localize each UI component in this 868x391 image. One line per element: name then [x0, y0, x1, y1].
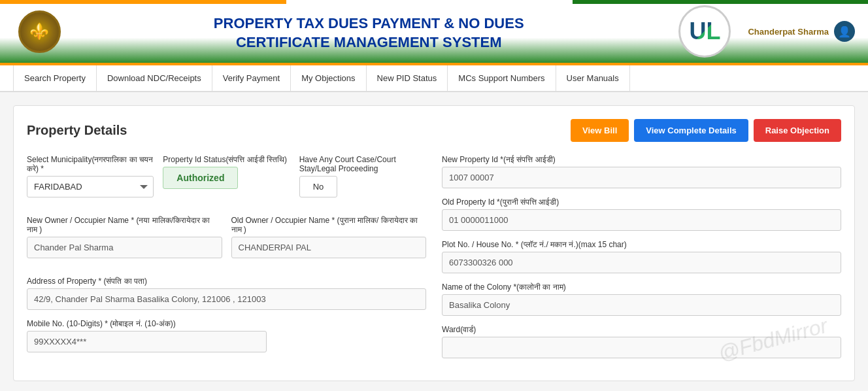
- authorized-status-badge: Authorized: [163, 167, 238, 189]
- card-header: Property Details View Bill View Complete…: [27, 119, 841, 142]
- main-content: Property Details View Bill View Complete…: [0, 92, 868, 391]
- haryana-emblem: ⚜️: [18, 10, 61, 53]
- view-complete-details-button[interactable]: View Complete Details: [634, 119, 748, 142]
- old-property-id-input[interactable]: [442, 209, 841, 231]
- ul-logo: UL: [672, 5, 737, 58]
- action-buttons: View Bill View Complete Details Raise Ob…: [571, 119, 841, 142]
- colony-label: Name of the Colony *(कालोनी का नाम): [442, 282, 841, 292]
- user-name: Chanderpat Sharma: [748, 27, 829, 37]
- old-property-id-field: Old Property Id *(पुरानी संपत्ति आईडी): [442, 197, 841, 231]
- nav-user-manuals[interactable]: User Manuals: [556, 65, 630, 91]
- address-field: Address of Property * (संपति का पता): [27, 277, 426, 310]
- court-case-field: Have Any Court Case/Court Stay/Legal Pro…: [299, 155, 426, 197]
- mobile-input[interactable]: [27, 331, 267, 352]
- new-property-id-label: New Property Id *(नई संपत्ति आईडी): [442, 155, 841, 164]
- ward-field: Ward(वार्ड): [442, 325, 841, 358]
- raise-objection-button[interactable]: Raise Objection: [754, 119, 841, 142]
- header: ⚜️ PROPERTY TAX DUES PAYMENT & NO DUES C…: [0, 0, 868, 65]
- mobile-label: Mobile No. (10-Digits) * (मोबाइल नं. (10…: [27, 319, 426, 328]
- old-owner-label: Old Owner / Occupier Name * (पुराना मालि…: [231, 216, 427, 234]
- pid-status-field: Property Id Status(संपत्ति आईडी स्तिथि) …: [163, 155, 290, 197]
- ward-label: Ward(वार्ड): [442, 325, 841, 334]
- court-case-label: Have Any Court Case/Court Stay/Legal Pro…: [299, 155, 426, 173]
- mobile-field: Mobile No. (10-Digits) * (मोबाइल नं. (10…: [27, 319, 426, 352]
- new-owner-label: New Owner / Occupier Name * (नया मालिक/क…: [27, 216, 222, 234]
- page-title: Property Details: [27, 123, 127, 138]
- header-center: PROPERTY TAX DUES PAYMENT & NO DUES CERT…: [65, 10, 672, 52]
- nav-search-property[interactable]: Search Property: [13, 65, 97, 91]
- view-bill-button[interactable]: View Bill: [571, 119, 629, 142]
- property-details-card: Property Details View Bill View Complete…: [13, 105, 855, 381]
- navigation: Search Property Download NDC/Receipts Ve…: [0, 65, 868, 92]
- property-form: Select Municipality(नगरपालिका का चयन करे…: [27, 155, 841, 367]
- old-owner-input[interactable]: [231, 237, 427, 258]
- new-property-id-input[interactable]: [442, 167, 841, 188]
- municipality-field: Select Municipality(नगरपालिका का चयन करे…: [27, 155, 154, 197]
- address-label: Address of Property * (संपति का पता): [27, 277, 426, 286]
- user-avatar-icon[interactable]: 👤: [834, 21, 855, 42]
- nav-my-objections[interactable]: My Objections: [291, 65, 366, 91]
- plot-no-field: Plot No. / House No. * (प्लॉट नं./ मकान …: [442, 240, 841, 273]
- new-owner-input[interactable]: [27, 237, 222, 258]
- left-column: Select Municipality(नगरपालिका का चयन करे…: [27, 155, 426, 367]
- pid-status-label: Property Id Status(संपत्ति आईडी स्तिथि): [163, 155, 290, 164]
- colony-field: Name of the Colony *(कालोनी का नाम): [442, 282, 841, 316]
- user-area: Chanderpat Sharma 👤: [748, 21, 855, 42]
- court-case-value: No: [299, 176, 338, 197]
- new-property-id-field: New Property Id *(नई संपत्ति आईडी): [442, 155, 841, 188]
- right-column: New Property Id *(नई संपत्ति आईडी) Old P…: [442, 155, 841, 367]
- plot-no-label: Plot No. / House No. * (प्लॉट नं./ मकान …: [442, 240, 841, 249]
- nav-mcs-support[interactable]: MCs Support Numbers: [448, 65, 556, 91]
- address-input[interactable]: [27, 288, 426, 310]
- nav-download-ndc[interactable]: Download NDC/Receipts: [97, 65, 212, 91]
- old-property-id-label: Old Property Id *(पुरानी संपत्ति आईडी): [442, 197, 841, 207]
- ward-input[interactable]: [442, 337, 841, 358]
- nav-verify-payment[interactable]: Verify Payment: [212, 65, 291, 91]
- nav-new-pid-status[interactable]: New PID Status: [367, 65, 448, 91]
- app-title: PROPERTY TAX DUES PAYMENT & NO DUES CERT…: [65, 14, 672, 52]
- emblem-logo: ⚜️: [13, 10, 65, 53]
- colony-input[interactable]: [442, 294, 841, 316]
- new-owner-field: New Owner / Occupier Name * (नया मालिक/क…: [27, 216, 222, 258]
- plot-no-input[interactable]: [442, 252, 841, 273]
- old-owner-field: Old Owner / Occupier Name * (पुराना मालि…: [231, 216, 427, 258]
- municipality-label: Select Municipality(नगरपालिका का चयन करे…: [27, 155, 154, 173]
- municipality-select[interactable]: FARIDABAD: [27, 176, 154, 197]
